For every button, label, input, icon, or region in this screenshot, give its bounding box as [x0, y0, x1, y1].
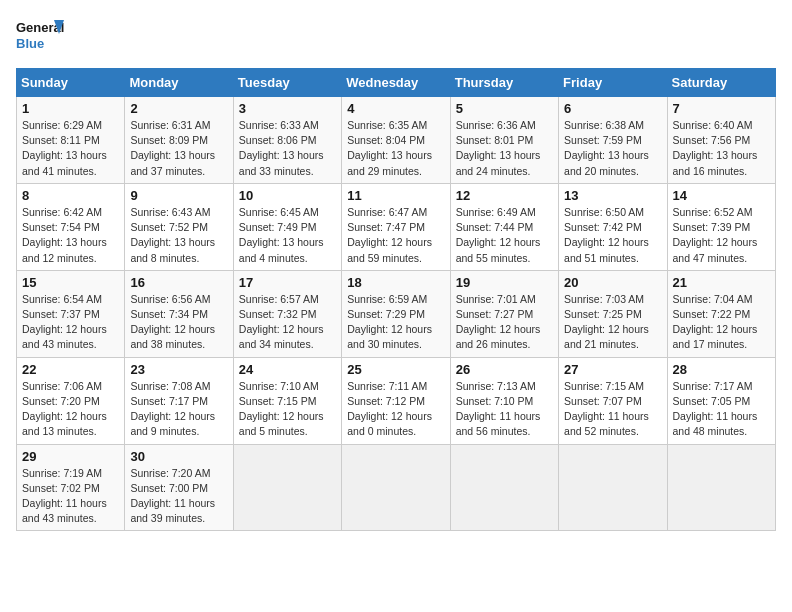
day-info: Sunrise: 7:06 AM Sunset: 7:20 PM Dayligh… [22, 379, 119, 440]
day-number: 22 [22, 362, 119, 377]
day-cell: 24Sunrise: 7:10 AM Sunset: 7:15 PM Dayli… [233, 357, 341, 444]
svg-text:Blue: Blue [16, 36, 44, 51]
day-cell: 4Sunrise: 6:35 AM Sunset: 8:04 PM Daylig… [342, 97, 450, 184]
day-number: 10 [239, 188, 336, 203]
day-cell: 29Sunrise: 7:19 AM Sunset: 7:02 PM Dayli… [17, 444, 125, 531]
day-cell: 19Sunrise: 7:01 AM Sunset: 7:27 PM Dayli… [450, 270, 558, 357]
day-info: Sunrise: 6:42 AM Sunset: 7:54 PM Dayligh… [22, 205, 119, 266]
day-cell: 26Sunrise: 7:13 AM Sunset: 7:10 PM Dayli… [450, 357, 558, 444]
logo: General Blue [16, 16, 66, 58]
day-cell: 15Sunrise: 6:54 AM Sunset: 7:37 PM Dayli… [17, 270, 125, 357]
day-cell: 14Sunrise: 6:52 AM Sunset: 7:39 PM Dayli… [667, 183, 775, 270]
day-info: Sunrise: 6:36 AM Sunset: 8:01 PM Dayligh… [456, 118, 553, 179]
day-cell: 5Sunrise: 6:36 AM Sunset: 8:01 PM Daylig… [450, 97, 558, 184]
day-info: Sunrise: 6:33 AM Sunset: 8:06 PM Dayligh… [239, 118, 336, 179]
day-cell: 27Sunrise: 7:15 AM Sunset: 7:07 PM Dayli… [559, 357, 667, 444]
day-number: 2 [130, 101, 227, 116]
day-cell [233, 444, 341, 531]
day-cell: 18Sunrise: 6:59 AM Sunset: 7:29 PM Dayli… [342, 270, 450, 357]
day-number: 17 [239, 275, 336, 290]
col-header-saturday: Saturday [667, 69, 775, 97]
day-cell [559, 444, 667, 531]
day-cell: 11Sunrise: 6:47 AM Sunset: 7:47 PM Dayli… [342, 183, 450, 270]
day-cell: 2Sunrise: 6:31 AM Sunset: 8:09 PM Daylig… [125, 97, 233, 184]
day-info: Sunrise: 7:17 AM Sunset: 7:05 PM Dayligh… [673, 379, 770, 440]
day-number: 24 [239, 362, 336, 377]
day-cell: 6Sunrise: 6:38 AM Sunset: 7:59 PM Daylig… [559, 97, 667, 184]
col-header-monday: Monday [125, 69, 233, 97]
week-row-5: 29Sunrise: 7:19 AM Sunset: 7:02 PM Dayli… [17, 444, 776, 531]
day-info: Sunrise: 7:13 AM Sunset: 7:10 PM Dayligh… [456, 379, 553, 440]
day-number: 6 [564, 101, 661, 116]
day-number: 7 [673, 101, 770, 116]
col-header-thursday: Thursday [450, 69, 558, 97]
week-row-1: 1Sunrise: 6:29 AM Sunset: 8:11 PM Daylig… [17, 97, 776, 184]
day-info: Sunrise: 6:40 AM Sunset: 7:56 PM Dayligh… [673, 118, 770, 179]
logo-svg: General Blue [16, 16, 66, 58]
day-number: 1 [22, 101, 119, 116]
col-header-sunday: Sunday [17, 69, 125, 97]
day-info: Sunrise: 7:11 AM Sunset: 7:12 PM Dayligh… [347, 379, 444, 440]
day-info: Sunrise: 6:49 AM Sunset: 7:44 PM Dayligh… [456, 205, 553, 266]
day-info: Sunrise: 6:45 AM Sunset: 7:49 PM Dayligh… [239, 205, 336, 266]
day-number: 18 [347, 275, 444, 290]
day-info: Sunrise: 7:10 AM Sunset: 7:15 PM Dayligh… [239, 379, 336, 440]
day-info: Sunrise: 6:50 AM Sunset: 7:42 PM Dayligh… [564, 205, 661, 266]
day-number: 29 [22, 449, 119, 464]
day-cell [667, 444, 775, 531]
day-number: 4 [347, 101, 444, 116]
day-cell: 12Sunrise: 6:49 AM Sunset: 7:44 PM Dayli… [450, 183, 558, 270]
day-cell: 7Sunrise: 6:40 AM Sunset: 7:56 PM Daylig… [667, 97, 775, 184]
day-number: 11 [347, 188, 444, 203]
day-info: Sunrise: 6:54 AM Sunset: 7:37 PM Dayligh… [22, 292, 119, 353]
day-info: Sunrise: 6:31 AM Sunset: 8:09 PM Dayligh… [130, 118, 227, 179]
day-info: Sunrise: 6:56 AM Sunset: 7:34 PM Dayligh… [130, 292, 227, 353]
week-row-2: 8Sunrise: 6:42 AM Sunset: 7:54 PM Daylig… [17, 183, 776, 270]
week-row-3: 15Sunrise: 6:54 AM Sunset: 7:37 PM Dayli… [17, 270, 776, 357]
col-header-tuesday: Tuesday [233, 69, 341, 97]
day-info: Sunrise: 6:43 AM Sunset: 7:52 PM Dayligh… [130, 205, 227, 266]
day-info: Sunrise: 7:04 AM Sunset: 7:22 PM Dayligh… [673, 292, 770, 353]
calendar-table: SundayMondayTuesdayWednesdayThursdayFrid… [16, 68, 776, 531]
day-number: 12 [456, 188, 553, 203]
day-cell: 16Sunrise: 6:56 AM Sunset: 7:34 PM Dayli… [125, 270, 233, 357]
day-cell: 10Sunrise: 6:45 AM Sunset: 7:49 PM Dayli… [233, 183, 341, 270]
day-number: 28 [673, 362, 770, 377]
day-info: Sunrise: 6:47 AM Sunset: 7:47 PM Dayligh… [347, 205, 444, 266]
day-cell [342, 444, 450, 531]
day-cell: 25Sunrise: 7:11 AM Sunset: 7:12 PM Dayli… [342, 357, 450, 444]
col-header-friday: Friday [559, 69, 667, 97]
day-number: 9 [130, 188, 227, 203]
day-number: 25 [347, 362, 444, 377]
day-number: 15 [22, 275, 119, 290]
day-info: Sunrise: 6:35 AM Sunset: 8:04 PM Dayligh… [347, 118, 444, 179]
day-cell: 13Sunrise: 6:50 AM Sunset: 7:42 PM Dayli… [559, 183, 667, 270]
col-header-wednesday: Wednesday [342, 69, 450, 97]
day-cell: 3Sunrise: 6:33 AM Sunset: 8:06 PM Daylig… [233, 97, 341, 184]
day-cell: 28Sunrise: 7:17 AM Sunset: 7:05 PM Dayli… [667, 357, 775, 444]
day-cell: 20Sunrise: 7:03 AM Sunset: 7:25 PM Dayli… [559, 270, 667, 357]
day-cell: 30Sunrise: 7:20 AM Sunset: 7:00 PM Dayli… [125, 444, 233, 531]
day-number: 23 [130, 362, 227, 377]
day-info: Sunrise: 6:59 AM Sunset: 7:29 PM Dayligh… [347, 292, 444, 353]
day-cell: 8Sunrise: 6:42 AM Sunset: 7:54 PM Daylig… [17, 183, 125, 270]
day-number: 13 [564, 188, 661, 203]
day-number: 27 [564, 362, 661, 377]
day-number: 8 [22, 188, 119, 203]
day-number: 20 [564, 275, 661, 290]
day-number: 21 [673, 275, 770, 290]
day-cell: 22Sunrise: 7:06 AM Sunset: 7:20 PM Dayli… [17, 357, 125, 444]
day-cell: 17Sunrise: 6:57 AM Sunset: 7:32 PM Dayli… [233, 270, 341, 357]
day-info: Sunrise: 7:20 AM Sunset: 7:00 PM Dayligh… [130, 466, 227, 527]
day-cell: 1Sunrise: 6:29 AM Sunset: 8:11 PM Daylig… [17, 97, 125, 184]
day-cell: 21Sunrise: 7:04 AM Sunset: 7:22 PM Dayli… [667, 270, 775, 357]
day-info: Sunrise: 6:29 AM Sunset: 8:11 PM Dayligh… [22, 118, 119, 179]
day-info: Sunrise: 6:57 AM Sunset: 7:32 PM Dayligh… [239, 292, 336, 353]
day-cell: 23Sunrise: 7:08 AM Sunset: 7:17 PM Dayli… [125, 357, 233, 444]
calendar-header-row: SundayMondayTuesdayWednesdayThursdayFrid… [17, 69, 776, 97]
day-info: Sunrise: 6:52 AM Sunset: 7:39 PM Dayligh… [673, 205, 770, 266]
day-number: 19 [456, 275, 553, 290]
day-number: 30 [130, 449, 227, 464]
day-info: Sunrise: 6:38 AM Sunset: 7:59 PM Dayligh… [564, 118, 661, 179]
day-cell [450, 444, 558, 531]
